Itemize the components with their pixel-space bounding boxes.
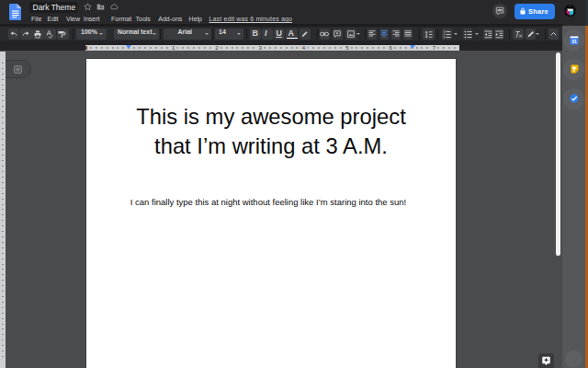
svg-text:31: 31 [571, 38, 577, 43]
